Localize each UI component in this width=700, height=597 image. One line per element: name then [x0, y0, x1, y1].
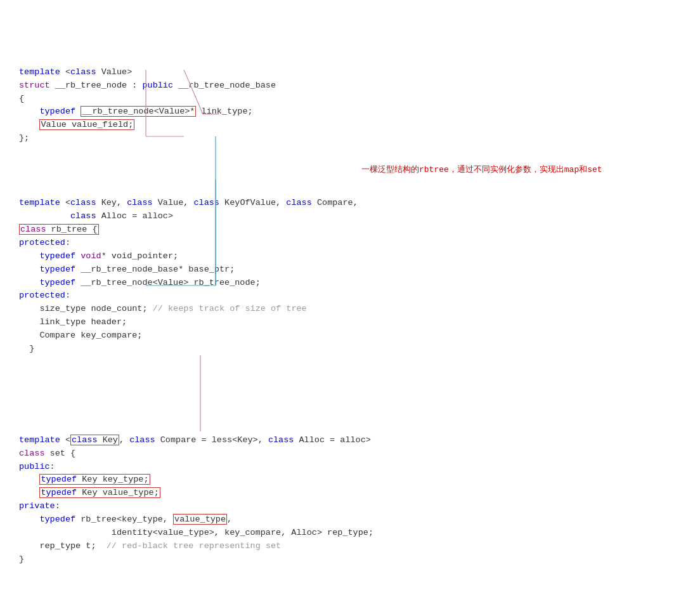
code-display: template <class Value> struct __rb_tree_…: [19, 13, 681, 597]
highlight-value-type-set: typedef Key value_type;: [39, 487, 160, 498]
keyword-public1: public: [142, 81, 173, 90]
keyword-typedef1: typedef: [39, 107, 75, 116]
keyword-class1: class: [70, 67, 96, 77]
keyword-template3: template: [19, 435, 60, 445]
highlight-rb-tree-class: class rb_tree {: [19, 224, 99, 235]
keyword-protected2: protected: [19, 291, 65, 300]
keyword-struct: struct: [19, 81, 50, 90]
rb-tree-section: template <class Key, class Value, class …: [19, 183, 681, 356]
keyword-template1: template: [19, 67, 60, 77]
keyword-template2: template: [19, 198, 60, 207]
rb-tree-node-section: template <class Value> struct __rb_tree_…: [19, 53, 681, 145]
chinese-annotation: 一棵泛型结构的rbtree，通过不同实例化参数，实现出map和set: [361, 164, 602, 176]
highlight-value-type-set2: value_type: [173, 514, 227, 525]
highlight-class-key-set: class Key: [70, 435, 119, 445]
keyword-protected1: protected: [19, 238, 65, 247]
highlight-value-field: Value value_field;: [39, 119, 134, 130]
highlight-key-type-set: typedef Key key_type;: [39, 474, 150, 485]
highlight-rb-tree-node: __rb_tree_node<Value>*: [81, 106, 196, 117]
set-section: template <class Key, class Compare = les…: [19, 421, 681, 567]
